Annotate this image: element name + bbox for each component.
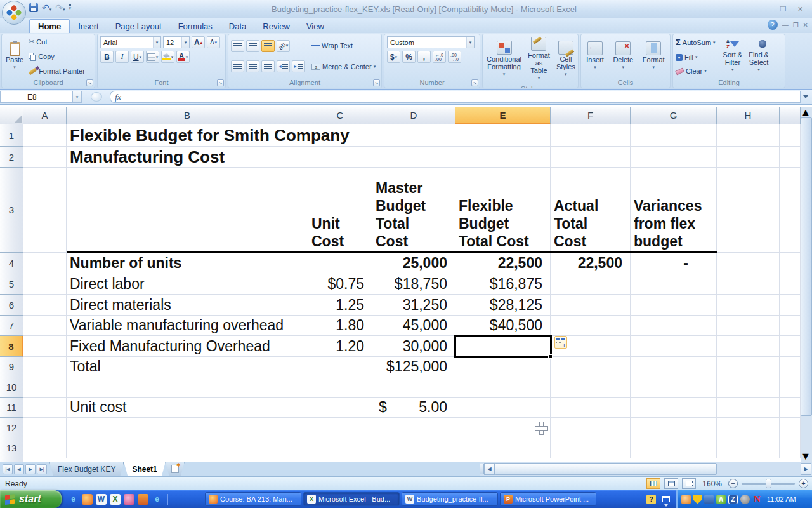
cell[interactable] xyxy=(551,147,631,168)
cell[interactable]: 25,000 xyxy=(372,253,455,274)
cell[interactable] xyxy=(455,377,551,398)
column-header[interactable]: G xyxy=(631,107,717,124)
insert-function-icon[interactable]: fx xyxy=(110,91,126,103)
cell[interactable] xyxy=(717,316,780,336)
ie-desktop-icon[interactable]: e xyxy=(152,494,162,505)
row-header[interactable]: 5 xyxy=(0,274,23,295)
cell[interactable] xyxy=(308,253,372,274)
shrink-font-button[interactable]: A▾ xyxy=(207,36,220,48)
tray-shield-icon[interactable] xyxy=(693,495,702,504)
tab-page-layout[interactable]: Page Layout xyxy=(107,20,170,33)
sort-filter-button[interactable]: AZSort & Filter▾ xyxy=(721,36,745,77)
cell[interactable] xyxy=(717,147,780,168)
cell[interactable] xyxy=(455,147,551,168)
cell[interactable] xyxy=(780,253,801,274)
cell[interactable] xyxy=(717,398,780,418)
fill-handle[interactable] xyxy=(548,354,553,359)
cell[interactable] xyxy=(23,295,67,316)
cell[interactable] xyxy=(455,124,551,147)
cell[interactable] xyxy=(372,377,455,398)
cell[interactable] xyxy=(308,357,372,377)
cell[interactable] xyxy=(631,357,717,377)
cell[interactable]: $16,875 xyxy=(455,274,551,295)
firefox-icon[interactable] xyxy=(82,494,93,505)
cell[interactable] xyxy=(551,398,631,418)
cell[interactable] xyxy=(551,316,631,336)
last-sheet-icon[interactable]: ▶| xyxy=(37,464,47,474)
zoom-in-button[interactable]: + xyxy=(799,479,808,488)
alignment-dialog-launcher-icon[interactable]: ↘ xyxy=(373,79,380,86)
name-box[interactable]: E8 xyxy=(0,91,73,103)
cell[interactable]: Manufacturing Cost xyxy=(67,147,372,168)
cell[interactable] xyxy=(308,377,372,398)
cell[interactable]: $0.75 xyxy=(308,274,372,295)
cell[interactable] xyxy=(551,438,631,458)
cell[interactable]: $5.00 xyxy=(372,398,455,418)
cell[interactable] xyxy=(551,357,631,377)
font-size-select[interactable]: 12▾ xyxy=(163,36,190,48)
top-align-button[interactable] xyxy=(231,40,244,52)
cell[interactable] xyxy=(551,295,631,316)
tray-orange-icon[interactable] xyxy=(681,495,691,504)
excel-icon[interactable]: X xyxy=(110,494,121,505)
cell[interactable] xyxy=(717,295,780,316)
column-header[interactable]: H xyxy=(717,107,780,124)
tab-review[interactable]: Review xyxy=(254,20,298,33)
cell[interactable] xyxy=(67,438,308,458)
taskbar-button-firefox[interactable]: Course: BA 213: Man... xyxy=(205,492,301,506)
page-break-view-button[interactable] xyxy=(682,478,696,489)
clear-button[interactable]: Clear▾ xyxy=(674,67,717,76)
cell[interactable] xyxy=(717,274,780,295)
cell[interactable] xyxy=(780,418,801,438)
cell[interactable] xyxy=(631,316,717,336)
merge-center-button[interactable]: aMerge & Center▾ xyxy=(310,62,377,71)
first-sheet-icon[interactable]: |◀ xyxy=(3,464,13,474)
cell[interactable]: $18,750 xyxy=(372,274,455,295)
cell[interactable] xyxy=(631,274,717,295)
scroll-left-icon[interactable]: ◀ xyxy=(484,463,495,475)
cell[interactable]: 1.25 xyxy=(308,295,372,316)
row-header[interactable]: 2 xyxy=(0,147,23,168)
column-header[interactable]: F xyxy=(551,107,631,124)
next-sheet-icon[interactable]: ▶ xyxy=(25,464,36,474)
cell[interactable] xyxy=(780,316,801,336)
cell[interactable] xyxy=(717,253,780,274)
desktop-toolbar-icon[interactable] xyxy=(662,496,670,502)
office-button[interactable] xyxy=(2,1,26,25)
ie-icon[interactable]: e xyxy=(68,494,79,505)
delete-cells-button[interactable]: Delete▾ xyxy=(610,36,636,77)
cell[interactable] xyxy=(717,418,780,438)
cell[interactable] xyxy=(23,316,67,336)
row-header[interactable]: 7 xyxy=(0,316,23,336)
row-header-selected[interactable]: 8 xyxy=(0,336,23,357)
cell[interactable] xyxy=(67,377,308,398)
tab-split-handle[interactable] xyxy=(480,464,484,474)
taskbar-button-excel[interactable]: XMicrosoft Excel - Bud... xyxy=(303,492,400,506)
cell[interactable]: $28,125 xyxy=(455,295,551,316)
cell[interactable] xyxy=(631,398,717,418)
keys-icon[interactable] xyxy=(124,494,134,505)
cell[interactable] xyxy=(23,274,67,295)
help-icon[interactable]: ? xyxy=(768,20,778,30)
align-right-button[interactable] xyxy=(261,60,275,72)
cell[interactable] xyxy=(67,418,308,438)
cell[interactable] xyxy=(23,147,67,168)
column-header-selected[interactable]: E xyxy=(455,107,551,124)
scroll-up-icon[interactable]: ▲ xyxy=(801,107,812,118)
middle-align-button[interactable] xyxy=(246,40,259,52)
copy-button[interactable]: Copy xyxy=(27,52,86,62)
cell[interactable] xyxy=(67,168,308,253)
cell[interactable]: Direct labor xyxy=(67,274,308,295)
cell[interactable]: 22,500 xyxy=(551,253,631,274)
tray-n-icon[interactable]: N xyxy=(752,495,762,504)
cell[interactable]: Variances from flex budget xyxy=(631,168,717,253)
start-button[interactable]: start xyxy=(0,490,62,508)
column-header[interactable]: B xyxy=(67,107,308,124)
clipboard-dialog-launcher-icon[interactable]: ↘ xyxy=(86,79,93,86)
cell[interactable]: Flexible Budget Total Cost xyxy=(455,168,551,253)
row-header[interactable]: 1 xyxy=(0,124,23,147)
tab-home[interactable]: Home xyxy=(29,19,70,33)
cell[interactable] xyxy=(631,124,717,147)
cell[interactable] xyxy=(780,398,801,418)
cell[interactable] xyxy=(23,253,67,274)
